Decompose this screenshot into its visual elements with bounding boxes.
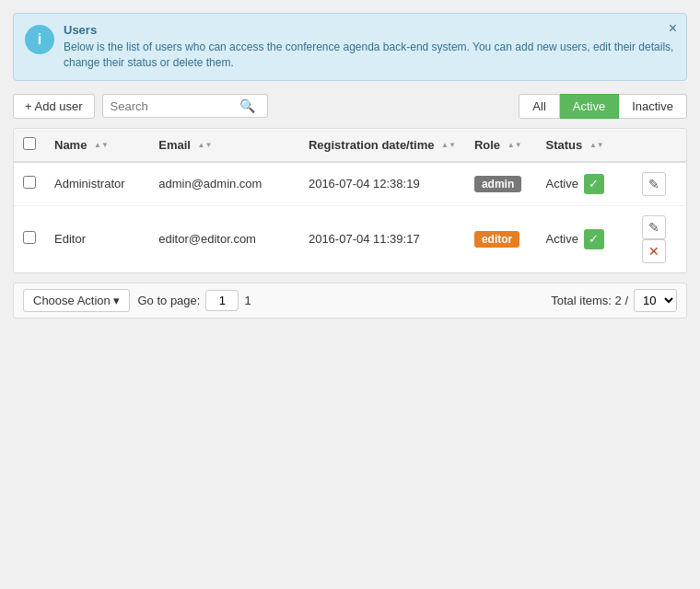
info-icon: i [25, 25, 54, 54]
row-actions: ✎ ✕ [631, 205, 686, 272]
row-name: Editor [45, 205, 149, 272]
row-status: Active ✓ [537, 205, 631, 272]
filter-active-button[interactable]: Active [560, 94, 619, 119]
row-role: admin [465, 162, 537, 206]
row-actions: ✎ [631, 162, 686, 206]
page-input[interactable] [205, 290, 239, 311]
status-label: Active [546, 177, 578, 191]
banner-close-button[interactable]: × [669, 21, 677, 36]
date-sort-icon[interactable]: ▲▼ [441, 142, 456, 149]
col-header-check [14, 129, 45, 162]
filter-inactive-button[interactable]: Inactive [619, 94, 687, 119]
search-input[interactable] [111, 99, 239, 113]
email-sort-icon[interactable]: ▲▼ [198, 142, 213, 149]
filter-buttons: All Active Inactive [519, 94, 687, 119]
banner-description: Below is the list of users who can acces… [64, 40, 675, 71]
row-email: admin@admin.com [149, 162, 299, 206]
col-header-email[interactable]: Email ▲▼ [149, 129, 299, 162]
users-table: Name ▲▼ Email ▲▼ Registration date/time … [14, 129, 686, 272]
col-header-name[interactable]: Name ▲▼ [45, 129, 149, 162]
delete-button-1[interactable]: ✕ [642, 239, 666, 263]
status-check-button[interactable]: ✓ [584, 174, 604, 194]
main-container: i Users Below is the list of users who c… [0, 0, 700, 589]
table-header-row: Name ▲▼ Email ▲▼ Registration date/time … [14, 129, 686, 162]
row-date: 2016-07-04 11:39:17 [299, 205, 465, 272]
row-role: editor [465, 205, 537, 272]
col-header-status[interactable]: Status ▲▼ [537, 129, 631, 162]
users-table-wrapper: Name ▲▼ Email ▲▼ Registration date/time … [13, 128, 687, 273]
total-items-label: Total items: 2 / [551, 294, 628, 307]
role-badge: admin [474, 176, 521, 192]
table-row: Editor editor@editor.com 2016-07-04 11:3… [14, 205, 686, 272]
per-page-select[interactable]: 10 25 50 [634, 289, 677, 312]
goto-page: Go to page: 1 [137, 290, 251, 311]
col-header-role[interactable]: Role ▲▼ [465, 129, 537, 162]
toolbar: + Add user 🔍 All Active Inactive [13, 94, 687, 119]
col-header-actions [631, 129, 686, 162]
status-check-button[interactable]: ✓ [584, 229, 604, 249]
table-row: Administrator admin@admin.com 2016-07-04… [14, 162, 686, 206]
info-banner: i Users Below is the list of users who c… [13, 13, 687, 81]
row-status: Active ✓ [537, 162, 631, 206]
banner-title: Users [64, 23, 675, 37]
info-text: Users Below is the list of users who can… [64, 23, 675, 71]
col-header-date[interactable]: Registration date/time ▲▼ [299, 129, 465, 162]
footer-left: Choose Action ▾ Go to page: 1 [23, 289, 251, 312]
row-date: 2016-07-04 12:38:19 [299, 162, 465, 206]
row-checkbox-cell [14, 162, 45, 206]
row-checkbox-0[interactable] [23, 176, 36, 189]
row-checkbox-cell [14, 205, 45, 272]
filter-all-button[interactable]: All [519, 94, 559, 119]
search-icon: 🔍 [239, 98, 255, 113]
role-badge: editor [474, 231, 519, 248]
role-sort-icon[interactable]: ▲▼ [508, 142, 522, 149]
add-user-button[interactable]: + Add user [13, 94, 95, 119]
choose-action-button[interactable]: Choose Action ▾ [23, 289, 130, 312]
status-sort-icon[interactable]: ▲▼ [589, 142, 604, 149]
row-email: editor@editor.com [149, 205, 299, 272]
row-checkbox-1[interactable] [23, 231, 36, 244]
name-sort-icon[interactable]: ▲▼ [94, 142, 109, 149]
select-all-checkbox[interactable] [23, 137, 36, 150]
row-name: Administrator [45, 162, 149, 206]
edit-button-1[interactable]: ✎ [642, 215, 666, 239]
table-footer: Choose Action ▾ Go to page: 1 Total item… [13, 283, 687, 318]
footer-right: Total items: 2 / 10 25 50 [551, 289, 677, 312]
status-label: Active [546, 232, 578, 246]
edit-button-0[interactable]: ✎ [642, 172, 666, 196]
toolbar-left: + Add user 🔍 [13, 94, 268, 119]
search-box: 🔍 [102, 94, 268, 118]
